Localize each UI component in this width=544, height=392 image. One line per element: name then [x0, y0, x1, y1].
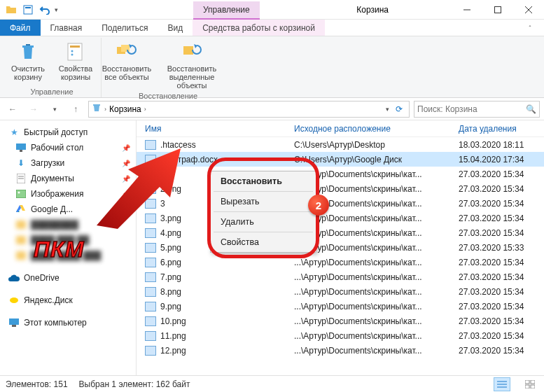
column-location[interactable]: Исходное расположение [294, 124, 459, 134]
annotation-step-2: 2 [308, 195, 329, 216]
ctx-cut[interactable]: Вырезать [211, 193, 316, 210]
file-icon [145, 287, 156, 297]
file-date: 27.03.2020 15:34 [459, 331, 544, 341]
ctx-restore[interactable]: Восстановить [211, 173, 316, 190]
chevron-right-icon[interactable]: › [144, 106, 146, 113]
table-row[interactable]: 7.png...\Артур\Documents\скрины\кат...27… [137, 270, 544, 284]
table-row[interactable]: 2.png...\Артур\Documents\скрины\кат...27… [137, 181, 544, 196]
table-row[interactable]: 5.png...\Артур\Documents\скрины\кат...27… [137, 240, 544, 255]
breadcrumb-root[interactable]: Корзина [109, 104, 141, 114]
sidebar-quick-access[interactable]: ★ Быстрый доступ [0, 125, 136, 140]
file-rows: .htaccessC:\Users\Артур\Desktop18.03.202… [137, 137, 544, 358]
file-name: 3 [160, 199, 165, 209]
sidebar-item-label: Изображения [31, 189, 83, 199]
ribbon-group-manage-label: Управление [30, 87, 73, 97]
status-selection: Выбран 1 элемент: 162 байт [79, 379, 190, 389]
column-name[interactable]: Имя [137, 124, 294, 134]
sidebar-item-google-drive[interactable]: Google Д... 📌 [0, 202, 136, 217]
view-icons-button[interactable] [522, 377, 538, 391]
svg-point-25 [10, 298, 18, 303]
empty-bin-button[interactable]: Очистить корзину [7, 39, 49, 87]
context-menu: Восстановить Вырезать Удалить Свойства [210, 171, 316, 253]
file-location: ...\Артур\Documents\скрины\кат... [294, 346, 459, 356]
file-icon [145, 199, 156, 209]
restore-all-label: Восстановить все объекты [102, 64, 151, 81]
nav-back-button[interactable]: ← [4, 101, 21, 118]
maximize-button[interactable] [482, 0, 513, 20]
file-icon [145, 302, 156, 312]
table-row[interactable]: 8.png...\Артур\Documents\скрины\кат...27… [137, 284, 544, 299]
yandex-disk-icon [8, 295, 20, 306]
file-icon [145, 258, 156, 267]
table-row[interactable]: 2...\Артур\Documents\скрины\кат...27.03.… [137, 167, 544, 181]
sidebar-item-documents[interactable]: Документы 📌 [0, 171, 136, 186]
svg-rect-31 [525, 380, 529, 384]
table-row[interactable]: 10.png...\Артур\Documents\скрины\кат...2… [137, 314, 544, 328]
search-input[interactable] [417, 104, 526, 114]
table-row[interactable]: .htaccessC:\Users\Артур\Desktop18.03.202… [137, 137, 544, 152]
file-location: C:\Users\Артур\Desktop [294, 140, 459, 150]
sidebar-item-desktop[interactable]: Рабочий стол 📌 [0, 140, 136, 155]
recycle-bin-icon [92, 103, 102, 115]
file-date: 27.03.2020 15:34 [459, 316, 544, 326]
ctx-properties[interactable]: Свойства [211, 234, 316, 251]
view-details-button[interactable] [494, 377, 510, 391]
restore-all-button[interactable]: Восстановить все объекты [106, 39, 148, 91]
close-button[interactable] [513, 0, 544, 20]
file-icon [145, 184, 156, 194]
breadcrumb[interactable]: › Корзина › ▾ ⟳ [88, 101, 410, 118]
sidebar-item-downloads[interactable]: ⬇ Загрузки 📌 [0, 155, 136, 171]
tab-share[interactable]: Поделиться [92, 20, 158, 36]
table-row[interactable]: 6.png...\Артур\Documents\скрины\кат...27… [137, 255, 544, 270]
undo-icon[interactable] [38, 3, 52, 17]
tab-recycle-tools[interactable]: Средства работы с корзиной [193, 20, 325, 36]
restore-selected-button[interactable]: Восстановить выделенные объекты [153, 39, 230, 91]
sidebar-item-blurred[interactable]: ████████ [0, 217, 136, 232]
pin-icon: 📌 [122, 206, 130, 214]
file-date: 27.03.2020 15:34 [459, 272, 544, 282]
sidebar-item-label: Загрузки [31, 158, 64, 168]
file-date: 27.03.2020 15:34 [459, 302, 544, 312]
tab-home[interactable]: Главная [41, 20, 92, 36]
sidebar-this-pc-label: Этот компьютер [24, 318, 87, 328]
sidebar-yandex-disk[interactable]: Яндекс.Диск [0, 293, 136, 308]
column-date[interactable]: Дата удаления [459, 124, 544, 134]
properties-icon[interactable] [21, 3, 35, 17]
window-title: Корзина [351, 5, 389, 15]
sidebar-this-pc[interactable]: Этот компьютер [0, 315, 136, 330]
nav-forward-button[interactable]: → [25, 101, 42, 118]
search-box[interactable]: 🔍 [414, 101, 540, 118]
table-row[interactable]: 12.png...\Артур\Documents\скрины\кат...2… [137, 343, 544, 358]
svg-rect-8 [70, 46, 80, 48]
minimize-button[interactable] [452, 0, 482, 20]
chevron-right-icon: › [104, 106, 106, 113]
bin-properties-button[interactable]: Свойства корзины [55, 39, 97, 87]
sidebar-onedrive[interactable]: OneDrive [0, 270, 136, 286]
star-icon: ★ [8, 127, 20, 138]
tab-file[interactable]: Файл [0, 20, 41, 36]
sidebar-item-pictures[interactable]: Изображения 📌 [0, 186, 136, 202]
annotation-pkm-label: ПКМ [34, 237, 84, 262]
breadcrumb-dropdown-icon[interactable]: ▾ [386, 106, 389, 113]
table-row[interactable]: 4.png...\Артур\Documents\скрины\кат...27… [137, 225, 544, 240]
ribbon-group-manage: Очистить корзину Свойства корзины Управл… [3, 38, 102, 97]
table-row[interactable]: 3.png...\Артур\Documents\скрины\кат...27… [137, 211, 544, 225]
svg-rect-27 [12, 325, 16, 327]
bin-properties-label: Свойства корзины [57, 64, 94, 81]
ctx-delete[interactable]: Удалить [211, 214, 316, 230]
sidebar-item-label: Документы [31, 174, 74, 183]
table-row[interactable]: 3...\Артур\Documents\скрины\кат...27.03.… [137, 196, 544, 211]
nav-up-button[interactable]: ↑ [67, 101, 84, 118]
refresh-icon[interactable]: ⟳ [392, 104, 406, 114]
file-date: 15.04.2020 17:34 [459, 155, 544, 164]
tab-view[interactable]: Вид [158, 20, 193, 36]
ribbon-tabs: Файл Главная Поделиться Вид Средства раб… [0, 20, 544, 36]
table-row[interactable]: ~$Штраф.docxC:\Users\Артур\Google Диск15… [137, 152, 544, 167]
qat-dropdown-icon[interactable]: ▾ [55, 6, 58, 13]
table-row[interactable]: 11.png...\Артур\Documents\скрины\кат...2… [137, 328, 544, 343]
table-row[interactable]: 9.png...\Артур\Documents\скрины\кат...27… [137, 299, 544, 314]
file-name: 7.png [160, 272, 181, 282]
ribbon-collapse-icon[interactable]: ˆ [522, 21, 538, 35]
ctx-separator [214, 232, 313, 232]
nav-history-icon[interactable]: ▾ [46, 101, 63, 118]
